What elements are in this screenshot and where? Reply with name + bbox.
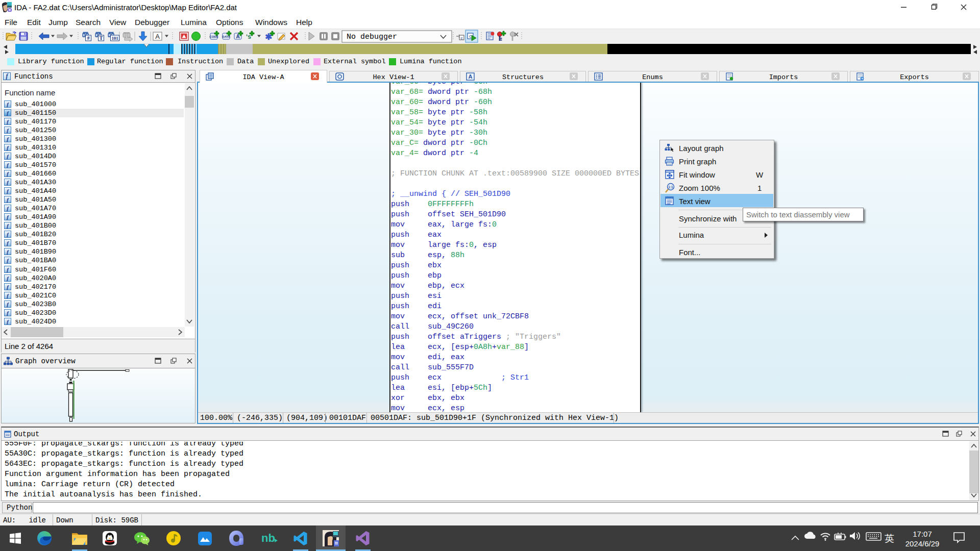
svg-text:#: # [87, 36, 90, 41]
svg-text:nb: nb [261, 532, 275, 544]
svg-text:T: T [100, 35, 103, 41]
svg-text:2024/6/29: 2024/6/29 [905, 539, 940, 548]
svg-text:A: A [236, 34, 239, 39]
svg-text:英: 英 [885, 533, 894, 544]
svg-text:17:07: 17:07 [913, 530, 932, 538]
svg-text:No debugger: No debugger [347, 33, 397, 41]
svg-text:1:1: 1:1 [668, 185, 673, 189]
svg-text:c: c [461, 36, 463, 40]
svg-text:101: 101 [112, 36, 118, 41]
svg-text:c: c [469, 34, 472, 39]
svg-text:A: A [155, 33, 160, 40]
